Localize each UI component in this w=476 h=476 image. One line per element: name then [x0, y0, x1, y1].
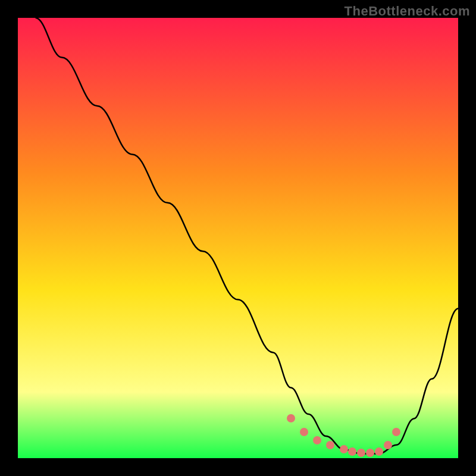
optimal-dot: [313, 436, 321, 444]
optimal-dot: [384, 441, 392, 449]
plot-area: [18, 18, 458, 458]
chart-frame: TheBottleneck.com: [0, 0, 476, 476]
curve-path: [36, 18, 458, 454]
optimal-dot: [348, 447, 356, 456]
optimal-dot: [357, 449, 365, 457]
watermark-text: TheBottleneck.com: [345, 4, 470, 19]
bottleneck-curve: [18, 18, 458, 458]
optimal-dot: [392, 428, 400, 436]
optimal-dot: [300, 428, 308, 436]
optimal-dot: [326, 441, 334, 449]
optimal-dot: [375, 447, 383, 456]
optimal-dot: [287, 414, 295, 422]
optimal-dot: [340, 445, 348, 453]
optimal-dot: [366, 449, 374, 457]
